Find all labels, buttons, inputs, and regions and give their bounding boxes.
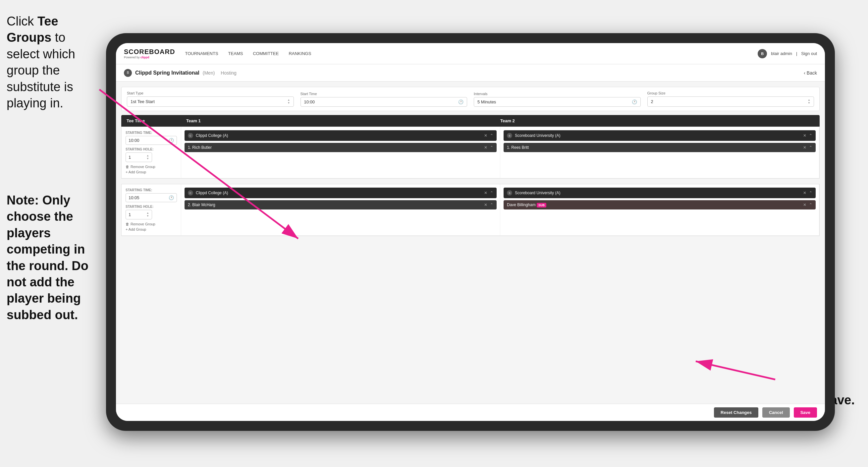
chevron-icon-2-2[interactable]: ⌃: [809, 191, 812, 195]
start-settings: Start Type 1st Tee Start ▲ ▼ Start Time …: [121, 87, 819, 111]
tournament-type: (Men): [203, 70, 215, 76]
team-name-2-2: Scoreboard University (A): [515, 191, 560, 195]
logo-scoreboard: SCOREBOARD: [124, 48, 175, 56]
time-input-1[interactable]: 10:00 🕐: [126, 136, 177, 145]
intervals-input[interactable]: 5 Minutes 🕐: [474, 97, 641, 107]
starting-hole-label-1: STARTING HOLE:: [126, 147, 177, 151]
trash-icon-1: 🗑: [126, 165, 129, 169]
nav-right: B blair admin | Sign out: [758, 49, 817, 58]
nav-items: TOURNAMENTS TEAMS COMMITTEE RANKINGS: [185, 50, 758, 57]
group-size-label: Group Size: [647, 91, 814, 95]
reset-changes-button[interactable]: Reset Changes: [714, 407, 758, 418]
player-close-1-1-1[interactable]: ✕: [484, 145, 487, 150]
player-close-1-2-1[interactable]: ✕: [803, 145, 806, 150]
breadcrumb: B Clippd Spring Invitational (Men) Hosti…: [124, 69, 804, 77]
player-row-1-1-1: 1. Rich Butler ✕ ⌃: [185, 143, 497, 152]
starting-hole-label-2: STARTING HOLE:: [126, 205, 177, 208]
intervals-label: Intervals: [474, 92, 641, 96]
group-size-up-arrow: ▲: [808, 99, 810, 101]
start-type-label: Start Type: [127, 91, 294, 95]
group-size-input[interactable]: 2 ▲ ▼: [647, 96, 814, 107]
hole-input-1[interactable]: 1 ▲ ▼: [126, 152, 152, 162]
hole-input-2[interactable]: 1 ▲ ▼: [126, 210, 152, 220]
hole-down-2: ▼: [147, 215, 149, 217]
add-group-button-1[interactable]: + Add Group: [126, 170, 177, 174]
team-dot-1-2: S: [507, 133, 512, 138]
team-card-2-1[interactable]: C Clippd College (A) ✕ ⌃: [185, 187, 497, 198]
player-close-2-1-1[interactable]: ✕: [484, 203, 487, 207]
start-type-down-arrow: ▼: [287, 102, 290, 105]
team-card-1-2[interactable]: S Scoreboard University (A) ✕ ⌃: [503, 130, 816, 141]
team-cell-2-2: S Scoreboard University (A) ✕ ⌃ Dave Bil…: [500, 184, 819, 235]
sub-badge: SUB: [537, 203, 546, 207]
close-icon-1-2[interactable]: ✕: [803, 133, 806, 138]
group-left-2: STARTING TIME: 10:05 🕐 STARTING HOLE: 1 …: [122, 184, 181, 235]
avatar: B: [758, 49, 767, 58]
note-text: Note: Only choose the players competing …: [0, 185, 103, 330]
chevron-icon-2-1[interactable]: ⌃: [490, 191, 493, 195]
close-icon-1-1[interactable]: ✕: [484, 133, 487, 138]
hole-down-1: ▼: [147, 157, 149, 160]
nav-committee[interactable]: COMMITTEE: [253, 50, 279, 57]
team-card-2-2[interactable]: S Scoreboard University (A) ✕ ⌃: [503, 187, 816, 198]
nav-separator: |: [796, 51, 797, 56]
breadcrumb-icon: B: [124, 69, 132, 77]
team-cell-1-1: C Clippd College (A) ✕ ⌃ 1. Rich Butler: [181, 127, 500, 178]
footer: Reset Changes Cancel Save: [116, 404, 825, 421]
start-time-group: Start Time 10:00 🕐: [301, 92, 467, 107]
navbar: SCOREBOARD Powered by clippd TOURNAMENTS…: [116, 43, 825, 64]
nav-rankings[interactable]: RANKINGS: [288, 50, 311, 57]
player-chevron-1-2-1[interactable]: ⌃: [809, 145, 812, 150]
intervals-clock-icon: 🕐: [632, 99, 637, 105]
remove-group-button-2[interactable]: 🗑 Remove Group: [126, 222, 177, 226]
player-close-2-2-1[interactable]: ✕: [803, 203, 806, 207]
group-left-1: STARTING TIME: 10:00 🕐 STARTING HOLE: 1 …: [122, 127, 181, 178]
player-row-2-1-1: 2. Blair McHarg ✕ ⌃: [185, 200, 497, 209]
trash-icon-2: 🗑: [126, 222, 129, 226]
sub-header: B Clippd Spring Invitational (Men) Hosti…: [116, 64, 825, 82]
group-section-1: STARTING TIME: 10:00 🕐 STARTING HOLE: 1 …: [121, 126, 819, 179]
team-name-1-2: Scoreboard University (A): [515, 133, 560, 138]
start-type-up-arrow: ▲: [287, 99, 290, 101]
chevron-icon-1-2[interactable]: ⌃: [809, 133, 812, 138]
note-bold: Note: Only choose the players competing …: [7, 193, 89, 322]
team-cell-2-1: C Clippd College (A) ✕ ⌃ 2. Blair McHarg: [181, 184, 500, 235]
group-section-2: STARTING TIME: 10:05 🕐 STARTING HOLE: 1 …: [121, 184, 819, 236]
back-button[interactable]: ‹ Back: [804, 70, 817, 76]
hole-up-2: ▲: [147, 212, 149, 214]
nav-teams[interactable]: TEAMS: [228, 50, 243, 57]
team-name-2-1: Clippd College (A): [196, 191, 228, 195]
logo-powered: Powered by clippd: [124, 56, 175, 59]
starting-time-label-2: STARTING TIME:: [126, 188, 177, 192]
start-time-label: Start Time: [301, 92, 467, 96]
tee-time-header: Tee Time: [127, 118, 186, 123]
player-row-1-2-1: 1. Rees Britt ✕ ⌃: [503, 143, 816, 152]
starting-time-label-1: STARTING TIME:: [126, 131, 177, 135]
sign-out-link[interactable]: Sign out: [801, 51, 817, 56]
time-clock-icon-2: 🕐: [168, 195, 174, 200]
team-dot-2-2: S: [507, 190, 512, 196]
start-type-input[interactable]: 1st Tee Start ▲ ▼: [127, 96, 294, 107]
hosting-badge: Hosting: [221, 70, 236, 76]
add-group-button-2[interactable]: + Add Group: [126, 227, 177, 231]
player-chevron-2-2-1[interactable]: ⌃: [809, 203, 812, 207]
cancel-button[interactable]: Cancel: [762, 407, 790, 418]
chevron-icon-1-1[interactable]: ⌃: [490, 133, 493, 138]
team2-header: Team 2: [500, 118, 814, 123]
close-icon-2-1[interactable]: ✕: [484, 191, 487, 195]
player-chevron-2-1-1[interactable]: ⌃: [490, 203, 493, 207]
team-dot-1-1: C: [188, 133, 193, 138]
group-row-2: STARTING TIME: 10:05 🕐 STARTING HOLE: 1 …: [122, 184, 819, 236]
time-input-2[interactable]: 10:05 🕐: [126, 193, 177, 202]
substitute-name: Dave Billingham SUB: [507, 203, 546, 207]
save-button[interactable]: Save: [794, 407, 817, 418]
nav-tournaments[interactable]: TOURNAMENTS: [185, 50, 218, 57]
remove-group-button-1[interactable]: 🗑 Remove Group: [126, 165, 177, 169]
close-icon-2-2[interactable]: ✕: [803, 191, 806, 195]
team-dot-2-1: C: [188, 190, 193, 196]
tablet-screen: SCOREBOARD Powered by clippd TOURNAMENTS…: [116, 43, 825, 421]
team-card-1-1[interactable]: C Clippd College (A) ✕ ⌃: [185, 130, 497, 141]
start-time-input[interactable]: 10:00 🕐: [301, 97, 467, 107]
player-chevron-1-1-1[interactable]: ⌃: [490, 145, 493, 150]
admin-name: blair admin: [771, 51, 792, 56]
